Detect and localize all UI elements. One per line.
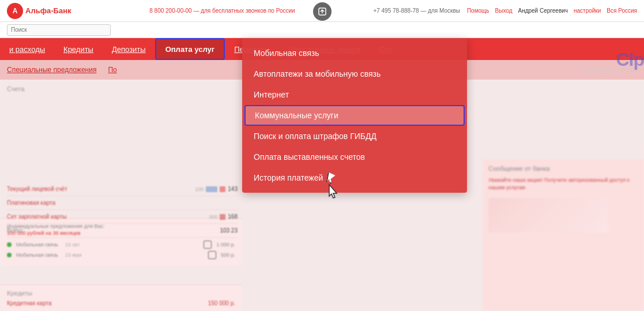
settings-link[interactable]: настройки: [574, 8, 601, 14]
phone-icon-1: [204, 241, 212, 249]
nav-item-расходы[interactable]: и расходы: [0, 38, 54, 60]
right-panel-decoration: [488, 198, 608, 233]
dropdown-item-bills[interactable]: Оплата выставленных счетов: [242, 147, 467, 167]
payment-row-1: Мобильная связь 15 окт 1 000 р.: [7, 241, 235, 249]
account-balance-1: 143: [228, 186, 238, 192]
account-balance-3: 168: [228, 213, 238, 220]
payment-row-2: Мобильная связь 23 мая 500 р.: [7, 251, 235, 259]
promo-amount-small: 100 000 р за 24 мес: [584, 67, 637, 73]
payment-label-1: Мобильная связь: [16, 242, 58, 248]
dropdown-item-mobile[interactable]: Мобильная связь: [242, 43, 467, 63]
account-row-1: Текущий лицевой счёт 100 143: [7, 182, 238, 196]
payment-dot-2: [7, 253, 12, 257]
payment-date-2: 23 мая: [63, 252, 204, 258]
total-amount: 103 23: [220, 227, 238, 234]
payment-date-1: 15 окт: [63, 242, 199, 248]
payment-list: Мобильная связь 15 окт 1 000 р. Мобильна…: [7, 241, 235, 259]
dropdown-menu[interactable]: Мобильная связь Автоплатежи за мобильную…: [242, 38, 467, 193]
account-amount-3: 300: [209, 214, 217, 220]
payment-amount-2: 500 р.: [221, 252, 235, 258]
account-label-1: Текущий лицевой счёт: [7, 186, 67, 192]
help-link[interactable]: Помощь: [467, 8, 489, 14]
total-row: Всего: 103 23: [7, 224, 238, 238]
dropdown-item-communal[interactable]: Коммунальные услуги: [244, 105, 465, 126]
payment-dot-1: [7, 242, 12, 247]
account-row-2: Платиновая карта: [7, 196, 238, 210]
nav2-по[interactable]: По: [108, 66, 116, 74]
search-bar: [0, 22, 644, 38]
accounts-title: Счета: [7, 85, 24, 92]
right-panel-title: Сообщение от банка: [488, 165, 638, 172]
account-label-2: Платиновая карта: [7, 200, 55, 206]
user-name: Андрей Сергеевич: [518, 8, 568, 14]
nav-item-оплата-услуг[interactable]: Оплата услуг: [155, 38, 225, 60]
dropdown-item-autopay[interactable]: Автоплатежи за мобильную связь: [242, 63, 467, 84]
total-label: Всего:: [7, 227, 24, 234]
header-links: Помощь Выход Андрей Сергеевич настройки …: [467, 8, 637, 14]
payment-label-2: Мобильная связь: [16, 252, 58, 258]
logo-icon: А: [7, 3, 23, 19]
dropdown-item-fines[interactable]: Поиск и оплата штрафов ГИБДД: [242, 126, 467, 147]
nav-item-кредиты[interactable]: Кредиты: [54, 38, 103, 60]
nav-item-депозиты[interactable]: Депозиты: [103, 38, 155, 60]
payment-amount-1: 1 000 р.: [216, 242, 235, 248]
credit-label-1: Кредитная карта: [7, 300, 52, 306]
account-row-3: Сет зарплатной карты 300 168: [7, 210, 238, 224]
accounts-list: Текущий лицевой счёт 100 143 Платиновая …: [7, 182, 238, 238]
share-button[interactable]: [313, 2, 332, 21]
dropdown-item-history[interactable]: История платежей: [242, 167, 467, 188]
nav2-спецпредложения[interactable]: Специальные предложения: [7, 66, 96, 74]
right-panel-text: Уважайте наши акции! Получите авторизова…: [488, 177, 638, 191]
logout-link[interactable]: Выход: [495, 8, 513, 14]
region[interactable]: Вся Россия: [607, 8, 637, 14]
phone-icon-2: [208, 251, 216, 259]
dropdown-item-internet[interactable]: Интернет: [242, 84, 467, 105]
search-input[interactable]: [7, 24, 111, 36]
account-amount-1: 100: [195, 186, 204, 192]
header-phone-moscow: +7 495 78-888-78 — для Москвы: [373, 8, 460, 14]
credits-section: Кредиты Кредитная карта 150 000 р.: [0, 284, 242, 311]
right-panel: Сообщение от банка Уважайте наши акции! …: [483, 159, 644, 311]
credit-row-1: Кредитная карта 150 000 р.: [7, 300, 235, 306]
logo-text: Альфа-Банк: [25, 6, 71, 15]
logo: А Альфа-Банк: [7, 3, 71, 19]
credit-amount-1: 150 000 р.: [208, 300, 235, 306]
account-label-3: Сет зарплатной карты: [7, 213, 66, 220]
credits-title: Кредиты: [7, 290, 235, 297]
